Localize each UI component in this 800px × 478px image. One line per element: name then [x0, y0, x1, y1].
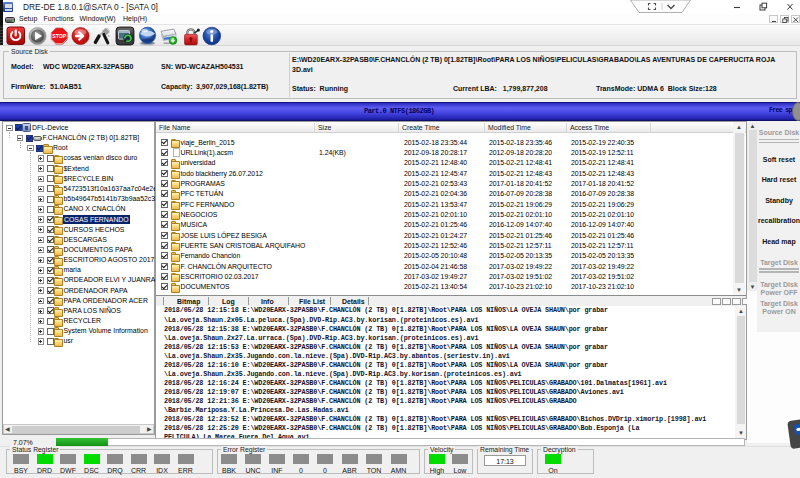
- svg-text:STOP: STOP: [52, 33, 67, 39]
